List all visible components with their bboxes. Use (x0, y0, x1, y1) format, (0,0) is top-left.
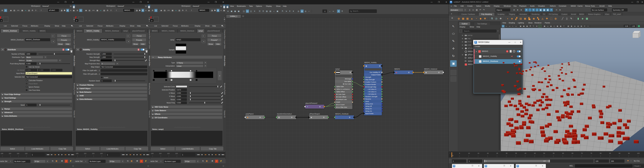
ae-menu-show[interactable]: Show (55, 25, 59, 27)
expander-icon[interactable]: ⊞ (462, 48, 464, 49)
slider-handle[interactable] (40, 104, 40, 106)
ne-toolbar-icon[interactable]: ⇱ (281, 10, 284, 13)
go-end-button[interactable]: ▶▶| (222, 153, 225, 156)
ramp-delete-handle[interactable]: ✕ (190, 79, 192, 81)
menuset-arrow[interactable]: ▼ (464, 8, 466, 12)
isolate-view-icon[interactable]: ◉ (160, 9, 163, 12)
viewport-toolbar-icon[interactable]: ▣ (526, 25, 528, 28)
ramp-delete-handle[interactable] (165, 79, 167, 81)
next-frame-button[interactable]: ▶| (214, 153, 218, 156)
person-icon[interactable]: ⚉ (214, 9, 216, 12)
port-left[interactable] (334, 94, 336, 95)
ne-toolbar-icon[interactable]: ▤ (269, 10, 272, 13)
focus-button[interactable]: Focus (57, 34, 71, 38)
go-start-button[interactable]: |◀◀ (196, 153, 200, 156)
ne-toolbar-icon[interactable]: ☰ (262, 10, 265, 13)
prev-frame-button[interactable]: |◀ (204, 153, 207, 156)
expander-icon[interactable]: ⊞ (462, 38, 464, 40)
side-tab-modeling-toolkit[interactable]: Modeling Toolkit (148, 83, 150, 109)
ne-toolbar-icon[interactable]: ✳ (253, 10, 256, 13)
shelf-item-icon[interactable]: ▩ (585, 16, 589, 21)
viewport-toolbar-icon[interactable]: ✎ (532, 25, 535, 28)
slider-handle[interactable] (144, 56, 145, 58)
port-left[interactable] (334, 86, 336, 88)
texture-map-button[interactable] (221, 102, 223, 104)
runner-icon[interactable]: ⚡ (69, 160, 72, 163)
layer-icon[interactable]: ▦ (148, 9, 150, 12)
play-button[interactable]: ▶ (60, 153, 64, 156)
ne-toolbar-icon[interactable]: ▣ (237, 10, 240, 13)
port-right[interactable] (381, 103, 382, 104)
viewport-toolbar-icon[interactable]: ▭ (508, 25, 511, 28)
ne-toolbar-icon[interactable]: ◫ (250, 10, 252, 13)
attr-slider[interactable] (189, 93, 220, 93)
isolate-view-icon[interactable]: ◉ (84, 9, 88, 12)
attr-field[interactable]: 1 (26, 104, 36, 106)
menuset-dropdown[interactable]: Animation (450, 8, 463, 12)
clapper-icon[interactable]: ▦ (205, 160, 208, 163)
node-attr-row[interactable]: Message (335, 78, 352, 80)
ae-tab-ramp1[interactable]: ramp1 (122, 29, 129, 33)
node-ramp1[interactable]: ≣MessageOut Alpha⊞ Out ColorAlpha GainAl… (335, 70, 352, 109)
ne-menu-view[interactable]: View (230, 5, 234, 8)
mash-editor-title-bar[interactable]: MMASH Editor—□✕ (473, 40, 522, 45)
attr-slider[interactable] (38, 64, 70, 64)
fps-arrow[interactable]: ▼ (196, 160, 199, 163)
port-right[interactable] (381, 76, 382, 78)
character-set-label[interactable]: racter Set (75, 160, 84, 162)
gamma-field[interactable]: 1.00 (630, 25, 636, 27)
side-tab-attribute-editor[interactable]: Attribute Editor (148, 56, 150, 82)
tool-icon[interactable]: ➤ (520, 8, 523, 12)
script-editor-icon[interactable]: {;} (72, 164, 74, 167)
port-right[interactable] (381, 74, 382, 76)
shelf-item-icon[interactable]: ✾ (483, 16, 487, 21)
film-gate-icon[interactable]: ▤ (88, 9, 91, 12)
pause-icon[interactable]: ‖ (110, 9, 112, 12)
ne-toolbar-icon[interactable]: ⌕ (272, 10, 276, 13)
viewport-toolbar-icon[interactable]: ◧ (570, 25, 573, 28)
anim-layer-field[interactable]: No Anim Layer (89, 160, 106, 163)
shelf-item-icon[interactable]: ✎ (569, 16, 573, 21)
port-right[interactable] (442, 72, 444, 73)
port-right[interactable] (352, 78, 353, 80)
texture-map-button[interactable] (221, 92, 223, 94)
port-left[interactable] (308, 116, 310, 118)
collapsed-section-uuid[interactable]: ▶UUID (76, 94, 147, 97)
attr-slider[interactable] (189, 99, 220, 100)
character-set-label[interactable]: racter Set (150, 160, 160, 162)
go-end-button[interactable]: ▶▶| (71, 153, 74, 156)
shelf-tab-animation[interactable]: Animation (517, 12, 529, 16)
viewport-menu-shading[interactable]: Shading (509, 22, 515, 24)
menu-mash[interactable]: MASH (571, 5, 576, 8)
collapsed-section-ramps[interactable]: ▶Ramps (1, 107, 72, 110)
go-start-button[interactable]: |◀◀ (46, 153, 50, 156)
tool-icon[interactable]: ➤ (558, 8, 562, 12)
sync-icon[interactable]: ⟳ (215, 160, 218, 163)
presets-button[interactable]: Presets (132, 38, 146, 42)
slider-handle[interactable] (217, 86, 218, 88)
node-right-port[interactable] (381, 65, 382, 67)
minimize-button[interactable]: — (57, 1, 60, 4)
ne-menu-options[interactable]: Options (256, 5, 262, 8)
playback-end-field[interactable]: 120 (595, 160, 609, 163)
ae-tab-MASH1_Distribute[interactable]: MASH1_Distribute (1, 29, 20, 33)
node-attr-row[interactable]: Out Visibility PP (364, 71, 382, 73)
slider-handle[interactable] (204, 102, 205, 104)
port-left[interactable] (276, 116, 278, 118)
symmetry-field[interactable]: Symmetry: Off (612, 8, 628, 12)
node-name-field[interactable]: MASH1_Distribute (25, 38, 50, 41)
workspace-lock-button[interactable] (223, 4, 225, 8)
ae-tab-MASH1_Distribute[interactable]: MASH1_Distribute (103, 29, 122, 33)
maximize-button[interactable]: □ (514, 41, 516, 44)
collapsed-section-node-behavior[interactable]: ▶Node Behavior (76, 90, 147, 93)
ne-toolbar-icon[interactable]: ◎ (300, 10, 304, 13)
fps-arrow[interactable]: ▼ (46, 160, 49, 163)
mash-node-row-mash1_visibility[interactable]: ⋮⋮⁙MASH1_Visibility▸▮ (474, 54, 522, 59)
character-set-arrow[interactable]: ▼ (85, 161, 87, 162)
close-button[interactable]: ✕ (222, 1, 224, 4)
connect-icon[interactable]: ▸▮ (511, 56, 514, 58)
person-icon[interactable]: ⚉ (138, 9, 141, 12)
port-left[interactable] (363, 79, 365, 80)
side-tab-attribute-editor[interactable]: Attribute Editor (224, 56, 226, 82)
ramp-point-handle[interactable] (171, 70, 172, 72)
